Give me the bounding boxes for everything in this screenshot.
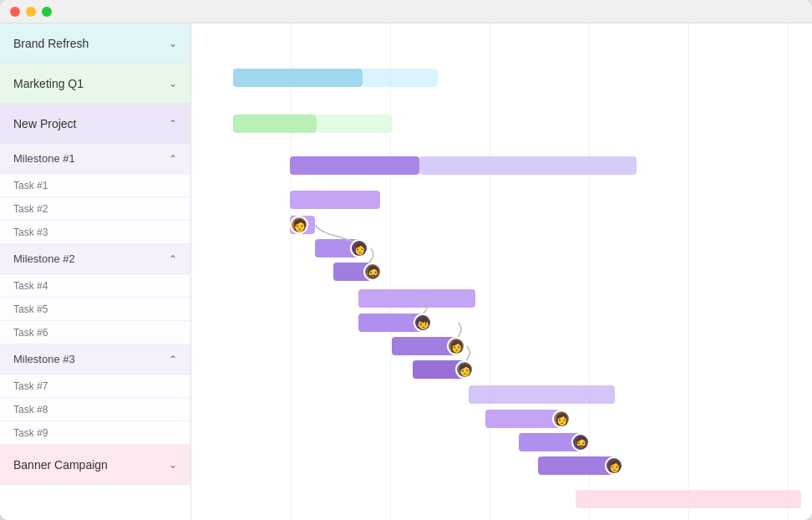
sidebar-item-task-4[interactable]: Task #4 (0, 274, 190, 298)
sidebar-item-milestone-1[interactable]: Milestone #1 ⌃ (0, 144, 190, 174)
avatar: 🧑 (290, 216, 308, 234)
project-label-new-project: New Project (13, 117, 76, 130)
gantt-bar[interactable] (363, 69, 438, 87)
project-label-banner-campaign: Banner Campaign (13, 458, 108, 472)
task-label-4: Task #4 (13, 280, 48, 292)
milestone-label-1: Milestone #1 (13, 152, 75, 165)
sidebar-item-milestone-2[interactable]: Milestone #2 ⌃ (0, 244, 190, 274)
project-label-brand-refresh: Brand Refresh (13, 37, 89, 50)
task-label-6: Task #6 (13, 327, 48, 339)
sidebar-item-new-project[interactable]: New Project ⌃ (0, 104, 190, 144)
gantt-bar[interactable] (469, 385, 615, 404)
chevron-up-icon: ⌃ (169, 354, 177, 365)
sidebar-item-task-9[interactable]: Task #9 (0, 421, 190, 445)
close-button[interactable] (10, 7, 20, 17)
chevron-up-icon: ⌃ (169, 153, 177, 165)
avatar: 🧔 (571, 433, 590, 451)
minimize-button[interactable] (26, 7, 36, 17)
sidebar-item-task-1[interactable]: Task #1 (0, 174, 190, 197)
gantt-bar[interactable] (358, 289, 475, 308)
task-label-7: Task #7 (13, 380, 48, 392)
task-label-1: Task #1 (13, 180, 48, 191)
sidebar-item-marketing-q1[interactable]: Marketing Q1 ⌄ (0, 64, 190, 104)
gantt-bar[interactable] (317, 115, 392, 133)
sidebar-item-milestone-3[interactable]: Milestone #3 ⌃ (0, 344, 190, 375)
app-window: Brand Refresh ⌄ Marketing Q1 ⌄ New Proje… (0, 0, 812, 520)
sidebar-item-task-5[interactable]: Task #5 (0, 298, 190, 321)
sidebar-item-task-2[interactable]: Task #2 (0, 197, 190, 221)
avatar: 🧑 (455, 360, 474, 379)
chevron-up-icon: ⌃ (169, 253, 177, 265)
milestone-label-2: Milestone #2 (13, 252, 75, 265)
sidebar-item-brand-refresh[interactable]: Brand Refresh ⌄ (0, 23, 190, 64)
maximize-button[interactable] (42, 7, 52, 17)
gantt-chart: 🧑👩🧔👦👩🧑👩🧔👩 (191, 23, 812, 520)
grid-line (788, 23, 789, 520)
avatar: 👩 (447, 337, 465, 355)
sidebar-item-task-3[interactable]: Task #3 (0, 221, 190, 244)
gantt-bar[interactable] (290, 156, 419, 175)
milestone-label-3: Milestone #3 (13, 353, 75, 365)
gantt-bar[interactable] (419, 156, 637, 175)
task-label-9: Task #9 (13, 427, 48, 439)
chevron-down-icon: ⌄ (169, 459, 177, 471)
sidebar: Brand Refresh ⌄ Marketing Q1 ⌄ New Proje… (0, 23, 191, 520)
gantt-bar[interactable] (233, 115, 317, 133)
sidebar-item-task-8[interactable]: Task #8 (0, 398, 190, 421)
gantt-inner: 🧑👩🧔👦👩🧑👩🧔👩 (191, 23, 812, 520)
avatar: 🧔 (363, 263, 382, 281)
grid-line (688, 23, 689, 520)
avatar: 👦 (414, 314, 432, 332)
task-label-3: Task #3 (13, 227, 48, 238)
task-label-2: Task #2 (13, 203, 48, 215)
titlebar (0, 0, 812, 23)
task-label-5: Task #5 (13, 303, 48, 315)
main-content: Brand Refresh ⌄ Marketing Q1 ⌄ New Proje… (0, 23, 812, 520)
task-label-8: Task #8 (13, 404, 48, 415)
gantt-bar[interactable] (485, 410, 561, 428)
grid-line (291, 23, 292, 520)
gantt-bar[interactable] (576, 490, 801, 508)
chevron-down-icon: ⌄ (169, 38, 177, 49)
chevron-down-icon: ⌄ (169, 78, 177, 89)
grid-line (390, 23, 391, 520)
sidebar-item-banner-campaign[interactable]: Banner Campaign ⌄ (0, 445, 190, 485)
grid-line (490, 23, 490, 520)
project-label-marketing-q1: Marketing Q1 (13, 77, 84, 90)
sidebar-item-task-6[interactable]: Task #6 (0, 321, 190, 344)
avatar: 👩 (552, 410, 571, 428)
gantt-bar[interactable] (290, 191, 380, 209)
chevron-up-icon: ⌃ (169, 118, 177, 130)
connector-svg (191, 23, 812, 520)
sidebar-item-task-7[interactable]: Task #7 (0, 375, 190, 398)
avatar: 👩 (350, 239, 368, 257)
gantt-bar[interactable] (233, 69, 363, 87)
avatar: 👩 (605, 456, 623, 475)
